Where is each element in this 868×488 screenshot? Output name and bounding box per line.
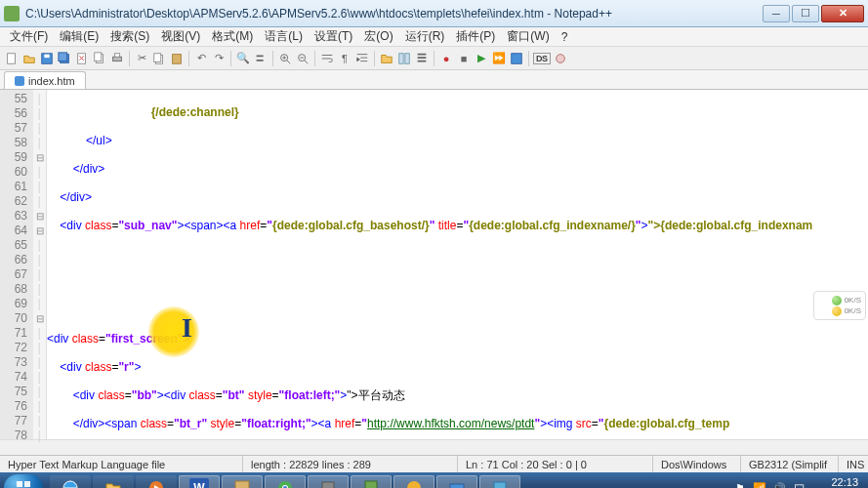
svg-rect-9	[114, 53, 119, 57]
ds-button[interactable]: DS	[533, 53, 551, 64]
taskbar-app5-icon[interactable]	[479, 475, 520, 488]
menu-settings[interactable]: 设置(T)	[309, 28, 358, 45]
taskbar-notepadpp-icon[interactable]	[351, 475, 392, 488]
doc-map-icon[interactable]	[396, 51, 412, 66]
menu-language[interactable]: 语言(L)	[259, 28, 309, 45]
maximize-button[interactable]: ☐	[792, 5, 819, 22]
toolbar-separator	[230, 51, 231, 66]
svg-point-18	[556, 54, 564, 62]
close-all-icon[interactable]	[92, 51, 107, 66]
tray-shield-icon[interactable]: 🛡	[791, 480, 806, 488]
close-file-icon[interactable]	[74, 51, 90, 66]
paste-icon[interactable]	[169, 51, 185, 66]
replace-icon[interactable]	[253, 51, 269, 66]
zoom-out-icon[interactable]	[295, 51, 310, 66]
func-list-icon[interactable]	[414, 51, 430, 66]
menu-format[interactable]: 格式(M)	[206, 28, 259, 45]
taskbar-app1-icon[interactable]	[222, 475, 263, 488]
network-speed-widget[interactable]: 0K/S 0K/S	[813, 291, 866, 320]
taskbar-chrome-icon[interactable]	[265, 475, 306, 488]
menu-macro[interactable]: 宏(O)	[358, 28, 398, 45]
window-title: C:\Users\Administrator\Desktop\APMServ5.…	[25, 7, 761, 20]
menu-search[interactable]: 搜索(S)	[104, 28, 155, 45]
indent-icon[interactable]	[354, 51, 370, 66]
menu-run[interactable]: 运行(R)	[399, 28, 451, 45]
toolbar-separator	[272, 51, 273, 66]
menu-view[interactable]: 视图(V)	[155, 28, 206, 45]
macro-stop-icon[interactable]: ■	[456, 51, 472, 66]
menu-help[interactable]: ?	[556, 30, 574, 44]
start-button[interactable]	[4, 474, 43, 488]
tray-volume-icon[interactable]: 🔊	[771, 480, 787, 488]
svg-rect-4	[59, 52, 67, 61]
statusbar: Hyper Text Markup Language file length :…	[0, 455, 868, 472]
status-position: Ln : 71 Col : 20 Sel : 0 | 0	[458, 456, 653, 472]
svg-rect-0	[8, 53, 16, 63]
code-content[interactable]: {/dede:channel} </ul> </div> </div> <div…	[47, 90, 868, 439]
taskbar-explorer-icon[interactable]	[93, 475, 134, 488]
taskbar-clock[interactable]: 22:13 2013/11/9	[810, 476, 858, 488]
macro-play-multi-icon[interactable]: ⏩	[491, 51, 507, 66]
zoom-in-icon[interactable]	[277, 51, 293, 66]
taskbar-ie-icon[interactable]	[50, 475, 91, 488]
status-length: length : 22829 lines : 289	[243, 456, 458, 472]
new-file-icon[interactable]	[4, 51, 20, 66]
menu-file[interactable]: 文件(F)	[4, 28, 54, 45]
wordwrap-icon[interactable]	[319, 51, 335, 66]
taskbar-app2-icon[interactable]	[308, 475, 349, 488]
svg-rect-30	[494, 482, 506, 488]
line-number-gutter: 5556575859606162636465666768697071727374…	[0, 90, 33, 439]
folder-icon[interactable]	[379, 51, 394, 66]
cut-icon[interactable]: ✂	[134, 51, 149, 66]
menu-plugins[interactable]: 插件(P)	[450, 28, 501, 45]
tab-index-htm[interactable]: index.htm	[4, 71, 86, 89]
code-text: {dede:global.cfg_basehost/}	[272, 219, 430, 232]
fold-gutter[interactable]: ││││⊟│││⊟⊟│││││⊟││││││││	[33, 90, 47, 439]
tray-flag-icon[interactable]: ⚑	[732, 480, 748, 488]
close-button[interactable]: ✕	[821, 5, 864, 22]
toolbar: ✂ ↶ ↷ 🔍 ¶ ● ■ ▶ ⏩ DS	[0, 47, 868, 70]
macro-record-icon[interactable]: ●	[438, 51, 454, 66]
svg-rect-26	[322, 482, 334, 488]
redo-icon[interactable]: ↷	[211, 51, 227, 66]
code-text: {dede:global.cfg_indexname/}	[469, 219, 636, 232]
status-language: Hyper Text Markup Language file	[0, 456, 243, 472]
find-icon[interactable]: 🔍	[235, 51, 251, 66]
undo-icon[interactable]: ↶	[193, 51, 209, 66]
svg-rect-16	[405, 53, 409, 63]
download-speed: 0K/S	[845, 306, 861, 315]
svg-rect-29	[450, 484, 464, 488]
menu-edit[interactable]: 编辑(E)	[54, 28, 104, 45]
clock-time: 22:13	[810, 476, 858, 488]
app-icon	[4, 6, 20, 21]
menu-window[interactable]: 窗口(W)	[501, 28, 555, 45]
document-tabs: index.htm	[0, 70, 868, 90]
toolbar-separator	[188, 51, 189, 66]
toolbar-separator	[314, 51, 315, 66]
horizontal-scrollbar[interactable]	[0, 439, 868, 455]
macro-save-icon[interactable]	[509, 51, 524, 66]
window-controls: ─ ☐ ✕	[761, 5, 864, 22]
svg-rect-17	[512, 53, 522, 63]
print-icon[interactable]	[109, 51, 125, 66]
svg-point-20	[63, 481, 77, 488]
taskbar-mediaplayer-icon[interactable]	[136, 475, 177, 488]
plugin-icon[interactable]	[553, 51, 568, 66]
open-file-icon[interactable]	[21, 51, 37, 66]
copy-icon[interactable]	[151, 51, 167, 66]
save-all-icon[interactable]	[57, 51, 72, 66]
minimize-button[interactable]: ─	[763, 5, 790, 22]
upload-speed: 0K/S	[845, 296, 861, 305]
save-icon[interactable]	[39, 51, 55, 66]
editor-area[interactable]: 5556575859606162636465666768697071727374…	[0, 90, 868, 439]
taskbar-app3-icon[interactable]	[393, 475, 434, 488]
toolbar-separator	[528, 51, 529, 66]
taskbar-app4-icon[interactable]	[436, 475, 477, 488]
macro-play-icon[interactable]: ▶	[474, 51, 489, 66]
showall-icon[interactable]: ¶	[337, 51, 352, 66]
status-insert-mode: INS	[839, 456, 868, 472]
taskbar-word-icon[interactable]: W	[179, 475, 220, 488]
svg-rect-12	[173, 54, 182, 63]
svg-rect-22	[235, 481, 249, 488]
tray-network-icon[interactable]: 📶	[752, 480, 767, 488]
